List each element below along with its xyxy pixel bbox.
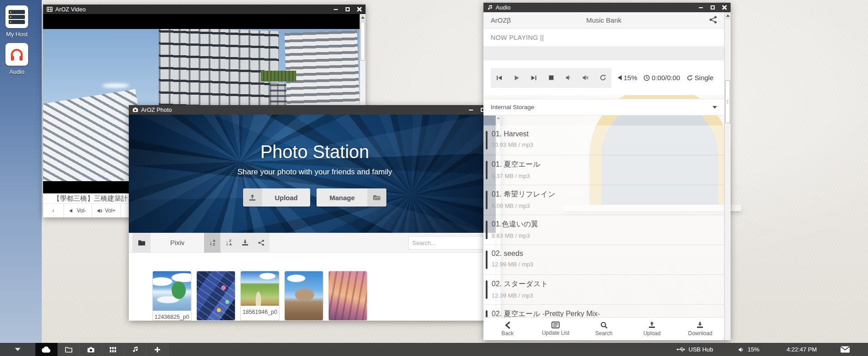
server-icon	[5, 5, 28, 28]
share-button[interactable]	[253, 233, 269, 253]
search-box	[408, 236, 494, 250]
audio-bottom-toolbar: Back Update List	[483, 317, 724, 340]
search-input[interactable]	[409, 240, 496, 246]
video-titlebar[interactable]: ArOZ Video	[43, 5, 366, 14]
photo-thumbnail[interactable]	[328, 271, 367, 321]
download-button[interactable]: Download	[676, 318, 724, 340]
list-icon	[551, 322, 560, 328]
play-button[interactable]	[508, 68, 525, 88]
photo-grid: 12436825_p0 18561946_p0	[129, 253, 501, 321]
search-button[interactable]: Search	[580, 318, 628, 340]
camera-icon	[87, 346, 95, 353]
download-icon	[242, 240, 249, 246]
share-button[interactable]	[709, 16, 717, 24]
minimize-icon[interactable]	[698, 5, 703, 10]
audio-titlebar[interactable]: Audio	[483, 3, 731, 12]
next-track-button[interactable]	[525, 68, 542, 88]
taskbar-photo-button[interactable]	[80, 343, 102, 356]
upload-button[interactable]: Upload	[243, 188, 311, 207]
plus-icon	[154, 346, 161, 353]
photo-thumbnail[interactable]	[284, 271, 323, 321]
update-list-button[interactable]: Update List	[532, 318, 580, 340]
speaker-low-icon	[69, 208, 74, 213]
player-controls: 15% 0:00/0:00 Single	[483, 60, 724, 95]
upload-icon	[648, 322, 656, 329]
reload-button[interactable]	[594, 68, 611, 88]
sort-az-icon: ↓ AZ	[209, 239, 215, 246]
song-row[interactable]: 01. Harvest 10.93 MB / mp3	[483, 125, 724, 155]
scrollbar-thumb[interactable]	[361, 22, 365, 61]
audio-scrollbar[interactable]	[724, 12, 731, 340]
minimize-icon[interactable]	[468, 107, 473, 112]
upload-button[interactable]: Upload	[628, 318, 676, 340]
transport-button-group	[491, 68, 611, 88]
scrollbar-thumb[interactable]	[725, 80, 730, 123]
volume-down-button[interactable]: Vol-	[64, 204, 92, 217]
envelope-icon	[840, 346, 850, 353]
desktop-icon-audio[interactable]: Audio	[1, 43, 33, 75]
taskbar-add-button[interactable]	[146, 343, 169, 356]
photo-titlebar[interactable]: ArOZ Photo	[129, 105, 501, 115]
thumbnail-image	[285, 271, 323, 321]
usb-icon	[677, 347, 685, 352]
taskbar-expand-caret[interactable]	[0, 343, 35, 356]
music-note-icon	[132, 346, 139, 353]
speaker-high-icon	[97, 208, 102, 213]
photo-thumbnail[interactable]: 18561946_p0	[240, 271, 279, 321]
photo-content: Photo Station Share your photo with your…	[129, 115, 501, 321]
back-button[interactable]: Back	[483, 318, 532, 340]
messages-button[interactable]	[831, 346, 868, 353]
taskbar-cloud-button[interactable]	[35, 343, 58, 356]
volume-up-button[interactable]	[577, 68, 594, 88]
sort-desc-button[interactable]: ↓ ZA	[220, 233, 237, 253]
video-back-button[interactable]: ‹	[43, 204, 64, 217]
folder-button[interactable]	[132, 233, 151, 253]
album-name: Pixiv	[151, 239, 204, 246]
photo-thumbnail[interactable]	[196, 271, 235, 321]
volume-status[interactable]: 15%	[726, 346, 772, 353]
system-tray: USB Hub 15% 4:22:47 PM	[664, 343, 868, 356]
taskbar-music-button[interactable]	[124, 343, 146, 356]
now-playing-label: NOW PLAYING ||	[483, 29, 724, 47]
maximize-icon[interactable]	[345, 7, 350, 12]
photo-thumbnail[interactable]: 12436825_p0	[152, 271, 191, 321]
taskbar-video-button[interactable]	[102, 343, 124, 356]
photo-hero-banner: Photo Station Share your photo with your…	[129, 115, 501, 233]
volume-down-button[interactable]	[560, 68, 577, 88]
volume-up-button[interactable]: Vol+	[92, 204, 121, 217]
previous-track-button[interactable]	[491, 68, 508, 88]
song-row[interactable]: 02. スターダスト 12.39 MB / mp3	[483, 275, 724, 305]
song-row[interactable]: 01. 希望リフレイン 9.09 MB / mp3	[483, 185, 724, 215]
song-row[interactable]: 02. 夏空エール -Pretty Perky Mix-	[483, 305, 724, 317]
download-button[interactable]	[237, 233, 253, 253]
close-icon[interactable]	[722, 5, 727, 10]
song-row[interactable]: 01. 夏空エール 9.37 MB / mp3	[483, 155, 724, 185]
page-subtitle: Share your photo with your friends and f…	[129, 168, 501, 177]
storage-select[interactable]: Internal Storage	[483, 99, 724, 115]
building-roof-garden	[261, 71, 296, 82]
manage-button[interactable]: Manage	[317, 188, 386, 207]
play-mode[interactable]: Single	[687, 74, 714, 82]
taskbar-files-button[interactable]	[58, 343, 80, 356]
song-row[interactable]: 02. seeds 12.99 MB / mp3	[483, 245, 724, 275]
desktop-icon-my-host[interactable]: My Host	[1, 5, 33, 38]
repeat-icon	[687, 75, 693, 81]
stop-button[interactable]	[542, 68, 560, 88]
clock: 4:22:47 PM	[772, 346, 832, 353]
audio-window-title: Audio	[496, 5, 511, 11]
desktop-stage: My Host Audio ArOZ Video	[0, 0, 868, 356]
scroll-up-icon[interactable]	[725, 12, 731, 19]
taskbar: USB Hub 15% 4:22:47 PM	[0, 343, 868, 356]
minimize-icon[interactable]	[333, 7, 338, 12]
thumbnail-image	[197, 271, 235, 321]
usb-status[interactable]: USB Hub	[664, 346, 726, 353]
scroll-up-icon[interactable]	[360, 14, 366, 21]
sort-asc-button[interactable]: ↓ AZ	[204, 233, 220, 253]
close-icon[interactable]	[357, 7, 362, 12]
maximize-icon[interactable]	[710, 5, 715, 10]
audio-content: Music Bank ArOZβ NOW PLAYING ||	[483, 12, 731, 340]
volume-triangle-icon	[618, 75, 622, 80]
thumbnail-image	[329, 271, 367, 321]
audio-window: Audio Music Bank ArOZβ	[483, 3, 731, 340]
song-row[interactable]: 01.色違いの翼 9.63 MB / mp3	[483, 215, 724, 245]
